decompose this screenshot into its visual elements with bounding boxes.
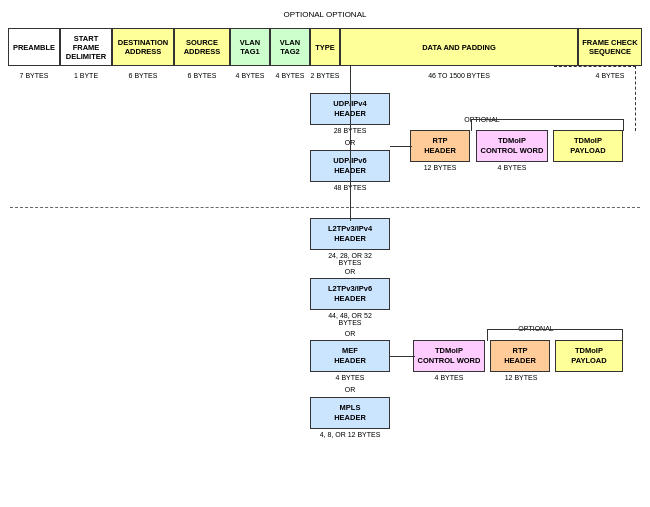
- mpls-header-box: MPLSHEADER: [310, 397, 390, 429]
- l2tpv3-ipv6-bytes: 44, 48, OR 52BYTES: [305, 312, 395, 326]
- hline-lower-connect: [390, 356, 415, 357]
- mpls-bytes: 4, 8, OR 12 BYTES: [305, 431, 395, 438]
- type-bytes: 2 BYTES: [310, 68, 340, 82]
- src-bytes: 6 BYTES: [174, 68, 230, 82]
- vline-opt-lower-left: [487, 329, 488, 341]
- tdmoip-control-lower-box: TDMoIPCONTROL WORD: [413, 340, 485, 372]
- vline-opt-lower-right: [622, 329, 623, 341]
- or-label-4: OR: [310, 386, 390, 393]
- ethernet-frame-row: PREAMBLE START FRAME DELIMITER DESTINATI…: [8, 28, 642, 66]
- vlan1-bytes: 4 BYTES: [230, 68, 270, 82]
- preamble-cell: PREAMBLE: [8, 28, 60, 66]
- tdmoip-control-bytes-lower: 4 BYTES: [413, 374, 485, 381]
- hline-opt-top: [471, 119, 623, 120]
- l2tpv3-ipv4-bytes: 24, 28, OR 32BYTES: [305, 252, 395, 266]
- preamble-bytes: 7 BYTES: [8, 68, 60, 82]
- or-label-3: OR: [310, 330, 390, 337]
- vline-opt-right: [623, 119, 624, 131]
- l2tpv3-ipv4-box: L2TPv3/IPv4HEADER: [310, 218, 390, 250]
- data-bytes: 46 TO 1500 BYTES: [340, 68, 578, 82]
- rtp-bytes-lower: 12 BYTES: [487, 374, 555, 381]
- mef-bytes: 4 BYTES: [310, 374, 390, 381]
- l2tpv3-ipv6-box: L2TPv3/IPv6HEADER: [310, 278, 390, 310]
- vline-frame-upper: [350, 66, 351, 94]
- rtp-bytes-upper: 12 BYTES: [405, 164, 475, 171]
- fcs-bytes: 4 BYTES: [578, 68, 642, 82]
- vlan-tag2-cell: VLAN TAG2: [270, 28, 310, 66]
- or-label-2: OR: [310, 268, 390, 275]
- rtp-header-upper-box: RTPHEADER: [410, 130, 470, 162]
- tdmoip-control-bytes-upper: 4 BYTES: [476, 164, 548, 171]
- data-padding-cell: DATA AND PADDING: [340, 28, 578, 66]
- vlan-tag1-cell: VLAN TAG1: [230, 28, 270, 66]
- mef-header-box: MEFHEADER: [310, 340, 390, 372]
- tdmoip-payload-lower-box: TDMoIPPAYLOAD: [555, 340, 623, 372]
- dvline-fcs: [635, 66, 636, 131]
- hline-upper-connect: [390, 146, 412, 147]
- section-divider: [10, 207, 640, 208]
- dline-fcs: [554, 66, 636, 67]
- tdmoip-control-upper-box: TDMoIPCONTROL WORD: [476, 130, 548, 162]
- src-addr-cell: SOURCE ADDRESS: [174, 28, 230, 66]
- vline-opt-left: [471, 119, 472, 131]
- start-frame-cell: START FRAME DELIMITER: [60, 28, 112, 66]
- bytes-row: 7 BYTES 1 BYTE 6 BYTES 6 BYTES 4 BYTES 4…: [8, 68, 642, 82]
- sfd-bytes: 1 BYTE: [60, 68, 112, 82]
- network-diagram: OPTIONAL OPTIONAL PREAMBLE START FRAME D…: [0, 0, 650, 507]
- vlan2-bytes: 4 BYTES: [270, 68, 310, 82]
- type-cell: TYPE: [310, 28, 340, 66]
- dest-addr-cell: DESTINATION ADDRESS: [112, 28, 174, 66]
- dest-bytes: 6 BYTES: [112, 68, 174, 82]
- frame-check-cell: FRAME CHECK SEQUENCE: [578, 28, 642, 66]
- tdmoip-payload-upper-box: TDMoIPPAYLOAD: [553, 130, 623, 162]
- optional-top-label: OPTIONAL OPTIONAL: [0, 10, 650, 19]
- hline-opt-lower: [487, 329, 622, 330]
- rtp-header-lower-box: RTPHEADER: [490, 340, 550, 372]
